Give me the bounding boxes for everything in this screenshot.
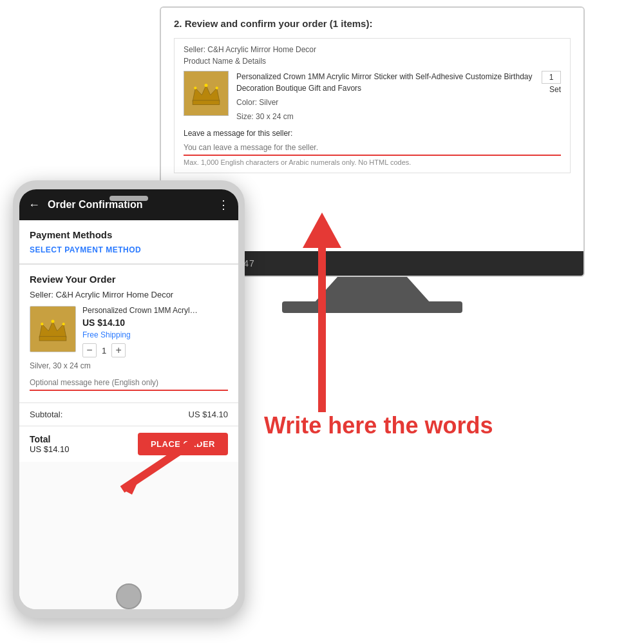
- phone-seller: Seller: C&H Acrylic Mirror Home Decor: [30, 290, 228, 299]
- back-icon[interactable]: ←: [28, 198, 40, 212]
- monitor-product-image: [184, 71, 229, 116]
- svg-point-3: [194, 87, 196, 90]
- monitor-qty-unit: Set: [549, 85, 561, 94]
- phone-body: Payment Methods SELECT PAYMENT METHOD Re…: [19, 220, 238, 609]
- monitor-product-name: Personalized Crown 1MM Acrylic Mirror St…: [236, 71, 534, 94]
- qty-row: − 1 +: [82, 343, 228, 357]
- monitor-stand: [314, 277, 430, 303]
- review-order-section: Review Your Order Seller: C&H Acrylic Mi…: [19, 265, 238, 402]
- total-info: Total US $14.10: [30, 434, 69, 454]
- monitor-message-label: Leave a message for this seller:: [184, 129, 561, 138]
- phone-home-button[interactable]: [116, 583, 142, 609]
- subtotal-row: Subtotal: US $14.10: [19, 402, 238, 426]
- svg-point-4: [216, 87, 218, 90]
- monitor-order-section: Seller: C&H Acrylic Mirror Home Decor Pr…: [174, 38, 571, 173]
- monitor-qty-input[interactable]: 1: [542, 71, 561, 84]
- svg-marker-0: [193, 86, 220, 102]
- svg-marker-5: [39, 321, 66, 337]
- svg-rect-1: [193, 100, 220, 105]
- select-payment-method[interactable]: SELECT PAYMENT METHOD: [30, 245, 228, 254]
- phone-device: ← Order Confirmation ⋮ Payment Methods S…: [13, 180, 245, 618]
- svg-point-9: [62, 323, 65, 325]
- phone-product-image: [30, 306, 76, 352]
- phone-shipping: Free Shipping: [82, 330, 228, 339]
- phone-footer: Total US $14.10 PLACE ORDER: [19, 426, 238, 462]
- svg-point-7: [52, 319, 55, 323]
- svg-rect-6: [39, 336, 66, 341]
- monitor-color: Color: Silver: [236, 97, 534, 108]
- menu-icon[interactable]: ⋮: [218, 198, 229, 212]
- svg-point-2: [205, 84, 208, 87]
- total-amount: US $14.10: [30, 444, 69, 454]
- phone-product-card: Personalized Crown 1MM Acrylic ... US $1…: [30, 306, 228, 357]
- monitor-message-input[interactable]: [184, 140, 561, 156]
- phone-topbar: ← Order Confirmation ⋮: [19, 189, 238, 220]
- monitor-product-label: Product Name & Details: [184, 57, 561, 66]
- review-section-title: Review Your Order: [30, 274, 228, 285]
- svg-point-8: [41, 323, 43, 325]
- monitor-product-row: Personalized Crown 1MM Acrylic Mirror St…: [184, 71, 561, 122]
- phone-product-price: US $14.10: [82, 317, 228, 328]
- monitor-seller: Seller: C&H Acrylic Mirror Home Decor: [184, 45, 561, 54]
- qty-increase-btn[interactable]: +: [111, 343, 126, 357]
- subtotal-value: US $14.10: [189, 410, 228, 419]
- monitor-qty-box: 1 Set: [542, 71, 561, 94]
- place-order-button[interactable]: PLACE ORDER: [138, 433, 228, 455]
- phone-speaker: [109, 196, 148, 201]
- payment-section-title: Payment Methods: [30, 229, 228, 240]
- monitor-message-hint: Max. 1,000 English characters or Arabic …: [184, 158, 561, 166]
- subtotal-label: Subtotal:: [30, 410, 62, 419]
- monitor-title: 2. Review and confirm your order (1 item…: [174, 18, 571, 29]
- payment-section: Payment Methods SELECT PAYMENT METHOD: [19, 220, 238, 264]
- phone-message-input[interactable]: [30, 375, 228, 391]
- phone-message-field-row: [30, 375, 228, 391]
- monitor-base: [282, 301, 462, 313]
- total-label: Total: [30, 434, 69, 444]
- monitor-size: Size: 30 x 24 cm: [236, 111, 534, 122]
- write-here-text: Write here the words: [264, 412, 493, 439]
- monitor-product-info: Personalized Crown 1MM Acrylic Mirror St…: [236, 71, 534, 122]
- qty-decrease-btn[interactable]: −: [82, 343, 97, 357]
- phone-color-size: Silver, 30 x 24 cm: [30, 361, 228, 370]
- qty-value: 1: [102, 346, 106, 355]
- phone-product-details: Personalized Crown 1MM Acrylic ... US $1…: [82, 306, 228, 357]
- phone-screen: ← Order Confirmation ⋮ Payment Methods S…: [19, 189, 238, 609]
- phone-product-name: Personalized Crown 1MM Acrylic ...: [82, 306, 198, 315]
